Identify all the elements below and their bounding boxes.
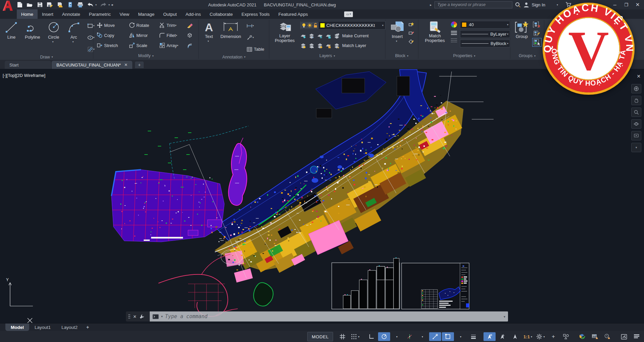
text-button[interactable]: A Text ▾: [203, 20, 215, 54]
annotation-autoscale-button[interactable]: [496, 332, 508, 341]
ortho-mode-button[interactable]: [365, 332, 377, 341]
file-tab-document[interactable]: BACVUNGTAU_FINAL_CHUAN* ✕: [52, 61, 132, 69]
workspace-settings-button[interactable]: ▾: [535, 332, 547, 341]
linetype-icon[interactable]: [451, 31, 457, 35]
command-tools-icon[interactable]: [139, 314, 144, 319]
snap-mode-button[interactable]: ▾: [349, 332, 361, 341]
save-as-icon[interactable]: [46, 1, 53, 8]
sign-in-dropdown-icon[interactable]: ▾: [557, 3, 558, 6]
linetype-dropdown[interactable]: ByLayer ▾: [460, 30, 510, 38]
layer-dropdown-icon[interactable]: ▾: [382, 24, 383, 27]
object-isolate-button[interactable]: +: [547, 332, 559, 341]
tab-view[interactable]: View: [115, 9, 134, 19]
command-prompt-icon[interactable]: [152, 314, 159, 319]
arc-button[interactable]: Arc ▾: [65, 20, 83, 54]
make-current-label[interactable]: Make Current: [342, 33, 369, 38]
lineweight-display-button[interactable]: [467, 332, 479, 341]
tab-layout1[interactable]: Layout1: [29, 324, 56, 331]
drawing-time-warning-icon[interactable]: [602, 332, 614, 341]
qat-customize-icon[interactable]: ▾̶: [111, 3, 113, 7]
layer-on-icon[interactable]: [300, 43, 306, 49]
fillet-button[interactable]: Fillet▾: [159, 31, 187, 40]
circle-dropdown-icon[interactable]: ▾: [52, 40, 54, 43]
clean-screen-button[interactable]: [618, 332, 630, 341]
layer-lock-icon[interactable]: [325, 33, 331, 39]
layer-isolate-icon[interactable]: [309, 33, 315, 39]
tab-express-tools[interactable]: Express Tools: [237, 9, 274, 19]
tab-output[interactable]: Output: [159, 9, 181, 19]
open-file-icon[interactable]: [26, 1, 33, 8]
close-button[interactable]: ✕: [633, 1, 642, 8]
properties-panel-label[interactable]: Properties▾: [418, 52, 510, 60]
match-layer-label[interactable]: Match Layer: [342, 43, 366, 48]
annotation-scale-value[interactable]: 1:1 ▾: [522, 332, 534, 341]
dimension-button[interactable]: Dimension: [219, 20, 243, 54]
redo-dropdown-icon[interactable]: ▾: [108, 3, 110, 6]
minimize-button[interactable]: ─: [610, 1, 619, 8]
graphics-performance-icon[interactable]: [576, 332, 588, 341]
command-expand-icon[interactable]: ▾: [504, 315, 505, 318]
offset-button[interactable]: [187, 41, 195, 50]
object-snap-button[interactable]: [442, 332, 454, 341]
command-history-icon[interactable]: ▾: [161, 315, 163, 318]
layer-match-icon[interactable]: [309, 43, 315, 49]
annotation-scale-button[interactable]: [509, 332, 521, 341]
create-block-icon[interactable]: [408, 22, 414, 28]
annotation-visibility-button[interactable]: [484, 332, 496, 341]
cart-icon[interactable]: [565, 2, 571, 7]
block-attributes-icon[interactable]: [408, 38, 414, 44]
insert-button[interactable]: Insert ▾: [388, 20, 406, 52]
new-file-icon[interactable]: [16, 1, 23, 8]
isometric-drafting-button[interactable]: [404, 332, 416, 341]
showmotion-icon[interactable]: [631, 131, 641, 140]
search-icon[interactable]: [515, 2, 521, 8]
plot-icon[interactable]: [77, 1, 84, 8]
insert-dropdown-icon[interactable]: ▾: [396, 40, 397, 43]
tab-home[interactable]: Home: [17, 9, 38, 19]
match-layer-icon[interactable]: [334, 43, 340, 49]
ribbon-display-toggle[interactable]: ▭▾: [344, 11, 353, 17]
object-snap-tracking-button[interactable]: [429, 332, 441, 341]
polyline-button[interactable]: Polyline: [23, 20, 42, 54]
array-button[interactable]: Array▾: [159, 41, 187, 50]
explode-button[interactable]: [187, 31, 195, 40]
model-space-button[interactable]: MODEL: [307, 332, 333, 341]
user-icon[interactable]: [523, 2, 529, 8]
object-snap-dropdown-icon[interactable]: ▾: [455, 332, 467, 341]
rotate-button[interactable]: Rotate: [129, 20, 159, 30]
navbar-more-icon[interactable]: ▾: [631, 143, 641, 152]
copy-button[interactable]: Copy: [97, 31, 129, 40]
restore-button[interactable]: ❐: [622, 1, 631, 8]
new-drawing-tab-button[interactable]: +: [135, 61, 144, 68]
grid-display-button[interactable]: [336, 332, 349, 341]
open-from-web-icon[interactable]: [56, 1, 63, 8]
color-wheel-icon[interactable]: [451, 21, 457, 28]
table-button[interactable]: Table: [246, 44, 264, 54]
layer-off-icon[interactable]: [300, 33, 306, 39]
edit-block-icon[interactable]: [408, 30, 414, 36]
tab-layout2[interactable]: Layout2: [56, 324, 83, 331]
draw-panel-label[interactable]: Draw▾: [0, 54, 93, 60]
arc-dropdown-icon[interactable]: ▾: [73, 40, 74, 43]
save-to-mobile-icon[interactable]: [66, 1, 74, 8]
command-bar-grip[interactable]: ✕: [126, 311, 150, 322]
layer-properties-button[interactable]: Layer Properties: [272, 20, 297, 52]
circle-button[interactable]: Circle ▾: [45, 20, 62, 54]
tab-featured-apps[interactable]: Featured Apps: [274, 9, 312, 19]
orbit-icon[interactable]: [631, 119, 641, 129]
block-panel-label[interactable]: Block▾: [385, 52, 418, 60]
tab-manage[interactable]: Manage: [134, 9, 159, 19]
move-button[interactable]: Move: [97, 20, 129, 30]
layers-panel-label[interactable]: Layers▾: [269, 52, 385, 60]
lineweight-icon[interactable]: [451, 38, 457, 43]
lineweight-dropdown[interactable]: ByBlock ▾: [460, 40, 510, 47]
layer-thaw-all-icon[interactable]: [317, 43, 323, 49]
polar-dropdown-icon[interactable]: ▾: [391, 332, 403, 341]
layer-freeze-icon[interactable]: [317, 33, 323, 39]
autocad-logo-icon[interactable]: [1, 0, 14, 11]
annotation-panel-label[interactable]: Annotation▾: [199, 54, 269, 60]
line-button[interactable]: Line: [3, 20, 20, 54]
match-properties-button[interactable]: Match Properties: [422, 20, 448, 52]
status-customize-icon[interactable]: [631, 332, 643, 341]
erase-button[interactable]: [187, 20, 195, 30]
